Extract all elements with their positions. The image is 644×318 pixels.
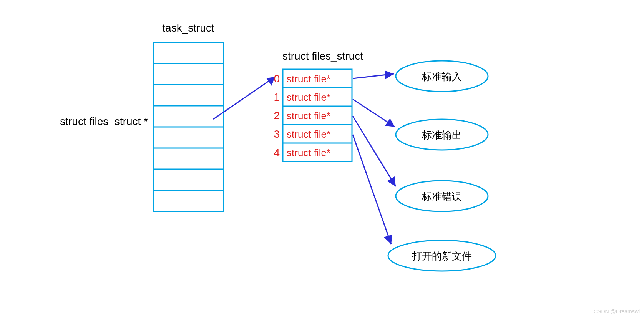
task-struct-box <box>154 42 224 211</box>
target-newfile: 打开的新文件 <box>388 240 496 271</box>
arrow-fd3-newfile <box>353 135 392 244</box>
fd-content-3: struct file* <box>287 128 330 140</box>
target-stdout: 标准输出 <box>396 119 488 150</box>
fd-index-3: 3 <box>274 128 280 140</box>
svg-line-8 <box>213 77 275 119</box>
fd-content-2: struct file* <box>287 110 330 122</box>
fd-content-0: struct file* <box>287 73 330 85</box>
fd-index-4: 4 <box>274 147 280 158</box>
target-stdin: 标准输入 <box>396 61 488 92</box>
arrow-fd0-stdin <box>353 70 394 79</box>
task-struct-title: task_struct <box>162 22 214 34</box>
svg-text:标准错误: 标准错误 <box>422 191 462 202</box>
arrow-task-to-files <box>213 77 275 119</box>
svg-text:标准输入: 标准输入 <box>422 71 462 82</box>
svg-text:标准输出: 标准输出 <box>422 129 462 141</box>
svg-marker-30 <box>384 235 392 244</box>
svg-marker-24 <box>385 70 394 79</box>
svg-marker-28 <box>387 176 396 186</box>
arrow-fd1-stdout <box>353 99 395 127</box>
fd-content-4: struct file* <box>287 147 330 158</box>
svg-text:打开的新文件: 打开的新文件 <box>412 250 472 262</box>
diagram-canvas: task_struct struct files_struct * struct… <box>0 0 644 318</box>
files-struct-pointer-label: struct files_struct * <box>60 115 148 127</box>
svg-marker-26 <box>385 118 395 127</box>
fd-content-1: struct file* <box>287 92 330 103</box>
fd-index-0: 0 <box>274 73 280 85</box>
fd-index-1: 1 <box>274 91 280 103</box>
target-stderr: 标准错误 <box>396 181 488 211</box>
fd-index-2: 2 <box>274 110 280 122</box>
svg-line-29 <box>353 135 391 244</box>
watermark: CSDN @Dreamswi <box>594 308 640 315</box>
files-struct-title: struct files_struct <box>282 50 363 62</box>
